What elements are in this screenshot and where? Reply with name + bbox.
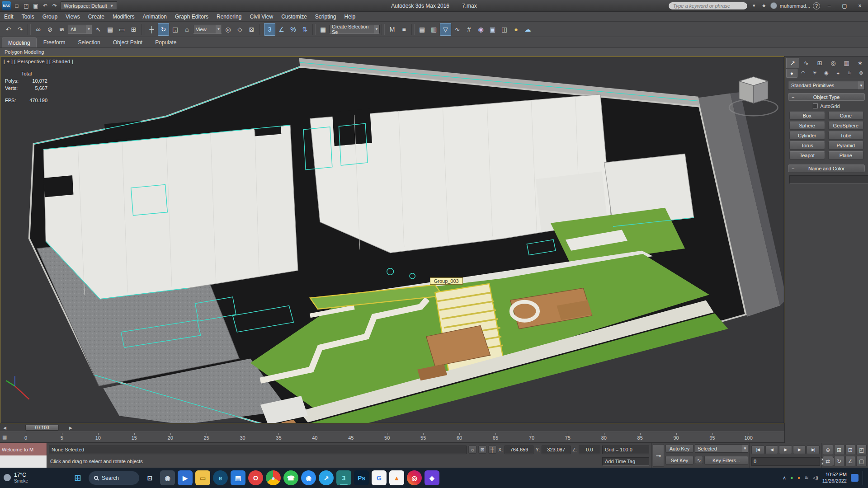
save-file-icon[interactable]: ▣: [31, 1, 40, 10]
listener-white-row[interactable]: [0, 455, 47, 468]
align-icon[interactable]: ≡: [398, 23, 410, 36]
undo-icon[interactable]: ↶: [3, 23, 14, 36]
primitive-button[interactable]: Sphere: [789, 122, 825, 130]
primitive-button[interactable]: Tube: [828, 131, 864, 140]
primitive-button[interactable]: Cone: [828, 112, 864, 120]
key-mode-dropdown[interactable]: Selected ▼: [695, 444, 748, 453]
weather-widget[interactable]: 17°C Smoke: [4, 472, 67, 483]
render-setup-icon[interactable]: ▣: [487, 23, 498, 36]
y-coordinate-field[interactable]: [542, 446, 571, 454]
schematic-view-icon[interactable]: #: [463, 23, 475, 36]
autogrid-checkbox[interactable]: [813, 103, 818, 108]
lights-category[interactable]: ☀: [809, 69, 821, 78]
play-button[interactable]: ▶: [779, 446, 792, 454]
movies-app-icon[interactable]: ▶: [178, 470, 193, 485]
ribbon-tab[interactable]: Object Paint: [107, 38, 148, 47]
menu-item[interactable]: Graph Editors: [171, 12, 212, 22]
use-pivot-center-icon[interactable]: ◎: [222, 23, 234, 36]
show-desktop-strip[interactable]: [863, 471, 864, 485]
snaps-toggle-icon[interactable]: 3: [264, 23, 275, 36]
key-filters-button[interactable]: Key Filters...: [704, 456, 748, 465]
timeline-config-icon[interactable]: ▦: [2, 434, 7, 440]
previous-frame-button[interactable]: ◀: [765, 446, 778, 454]
x-coordinate-field[interactable]: [505, 446, 533, 454]
select-and-move-icon[interactable]: ┼: [146, 23, 157, 36]
isolate-selection-icon[interactable]: ☼: [468, 446, 476, 454]
utilities-tab[interactable]: ∗: [854, 58, 867, 68]
viewport-label[interactable]: [ + ] [ Perspective ] [ Shaded ]: [4, 59, 73, 64]
whatsapp-icon[interactable]: ☎: [283, 470, 298, 485]
primitive-button[interactable]: Box: [789, 112, 825, 120]
toggle-scene-explorer-icon[interactable]: ▤: [416, 23, 428, 36]
start-button[interactable]: ⊞: [70, 470, 85, 486]
edge-icon[interactable]: e: [213, 470, 228, 485]
create-tab[interactable]: ↗: [786, 58, 799, 68]
user-avatar[interactable]: [770, 2, 777, 9]
primitive-button[interactable]: Plane: [828, 151, 864, 160]
taskbar-clock[interactable]: 10:52 PM 11/26/2022: [822, 472, 847, 484]
select-and-place-icon[interactable]: ⌂: [181, 23, 193, 36]
next-frame-button[interactable]: ▶: [793, 446, 806, 454]
zoom-region-icon[interactable]: ◰: [856, 445, 867, 455]
instagram-icon[interactable]: ◎: [407, 470, 422, 485]
name-and-color-rollout[interactable]: − Name and Color: [788, 164, 865, 172]
primitives-dropdown[interactable]: Standard Primitives ▼: [788, 81, 865, 90]
signed-in-user[interactable]: muhammad...: [780, 3, 810, 9]
primitive-button[interactable]: Teapot: [789, 151, 825, 160]
zoom-all-icon[interactable]: ⊞: [834, 445, 844, 455]
menu-item[interactable]: Tools: [18, 12, 38, 22]
key-filters-wave-icon[interactable]: ∿: [695, 456, 703, 464]
orbit-icon[interactable]: ↻: [834, 456, 844, 466]
select-and-rotate-icon[interactable]: ↻: [158, 23, 169, 36]
ribbon-tab[interactable]: Modeling: [2, 38, 37, 47]
set-keys-button[interactable]: ⊸: [653, 444, 664, 467]
hierarchy-tab[interactable]: ⊞: [813, 58, 826, 68]
rendered-frame-window-icon[interactable]: ◫: [499, 23, 510, 36]
vlc-icon[interactable]: ▲: [389, 470, 404, 485]
maxscript-mini-listener[interactable]: Welcome to M: [0, 443, 47, 468]
named-selection-sets-dropdown[interactable]: Create Selection Se ▼: [329, 25, 380, 34]
window-crossing-icon[interactable]: ⊞: [128, 23, 139, 36]
camera-app-icon[interactable]: ◉: [160, 470, 175, 485]
go-to-end-button[interactable]: ▶|: [807, 446, 820, 454]
ribbon-tab[interactable]: Selection: [72, 38, 106, 47]
primitive-button[interactable]: Cylinder: [789, 131, 825, 140]
tray-orange-icon[interactable]: ●: [797, 475, 801, 481]
google-app-icon[interactable]: G: [372, 470, 387, 485]
select-by-name-icon[interactable]: ▤: [104, 23, 116, 36]
material-editor-icon[interactable]: ◉: [475, 23, 486, 36]
ribbon-tab[interactable]: Populate: [149, 38, 182, 47]
current-frame-field[interactable]: [751, 457, 820, 466]
systems-category[interactable]: ⊛: [855, 69, 867, 78]
search-options-icon[interactable]: ▾: [750, 3, 758, 9]
shapes-category[interactable]: ◠: [798, 69, 809, 78]
menu-item[interactable]: Edit: [0, 12, 18, 22]
menu-item[interactable]: Animation: [139, 12, 171, 22]
add-time-tag[interactable]: Add Time Tag: [602, 457, 649, 466]
menu-item[interactable]: Civil View: [245, 12, 277, 22]
toggle-ribbon-icon[interactable]: ▽: [440, 23, 451, 36]
primitive-button[interactable]: Torus: [789, 141, 825, 150]
chrome-icon[interactable]: ●: [266, 470, 281, 485]
task-view-icon[interactable]: ⊡: [142, 470, 157, 485]
mirror-icon[interactable]: M: [387, 23, 398, 36]
select-and-manipulate-icon[interactable]: ◇: [234, 23, 245, 36]
volume-icon[interactable]: ◁): [813, 475, 818, 481]
primitive-button[interactable]: GeoSphere: [828, 122, 864, 130]
render-in-cloud-icon[interactable]: ☁: [522, 23, 533, 36]
z-coordinate-field[interactable]: [579, 446, 600, 454]
bind-to-space-warp-icon[interactable]: ≋: [56, 23, 67, 36]
auto-key-button[interactable]: Auto Key: [665, 444, 693, 453]
toggle-layer-explorer-icon[interactable]: ▥: [428, 23, 439, 36]
3ds-max-icon[interactable]: 3: [336, 470, 351, 485]
perspective-viewport[interactable]: [ + ] [ Perspective ] [ Shaded ] Total P…: [0, 56, 784, 423]
workspace-dropdown[interactable]: Workspace: Default ▼: [61, 1, 117, 10]
select-and-link-icon[interactable]: ∞: [33, 23, 44, 36]
angle-snap-icon[interactable]: ∠: [276, 23, 287, 36]
file-explorer-icon[interactable]: ▭: [195, 470, 210, 485]
taskbar-search[interactable]: Search: [89, 471, 139, 485]
menu-item[interactable]: Views: [61, 12, 84, 22]
time-slider[interactable]: 0 / 100: [25, 425, 59, 431]
track-bar[interactable]: ◀ 0 / 100 ▶: [0, 423, 784, 432]
tray-green-icon[interactable]: ●: [790, 475, 793, 481]
